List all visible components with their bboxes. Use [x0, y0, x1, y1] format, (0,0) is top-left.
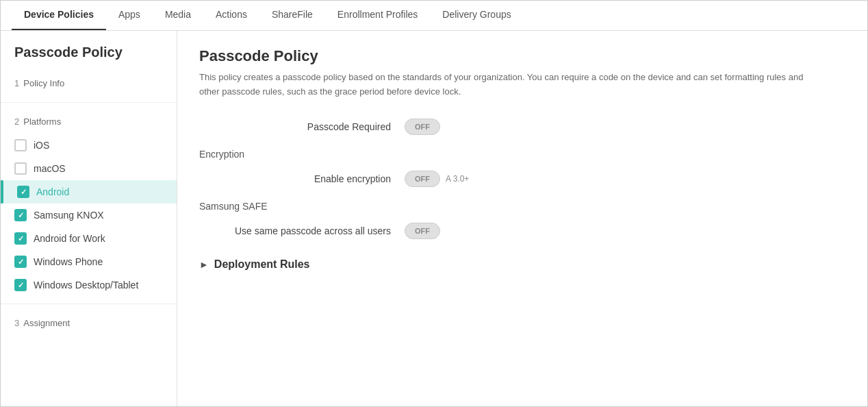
- deployment-rules-header[interactable]: ► Deployment Rules: [199, 258, 845, 271]
- tab-device-policies[interactable]: Device Policies: [12, 0, 106, 30]
- platform-item-windows-phone[interactable]: Windows Phone: [1, 250, 177, 273]
- setting-row-same-passcode: Use same passcode across all users OFF: [199, 223, 845, 239]
- content-area: Passcode Policy This policy creates a pa…: [177, 31, 867, 406]
- platform-item-ios[interactable]: iOS: [1, 134, 177, 157]
- chevron-right-icon: ►: [199, 259, 209, 270]
- setting-row-enable-encryption: Enable encryption OFF A 3.0+: [199, 171, 845, 187]
- encryption-section: Encryption: [199, 149, 845, 160]
- enable-encryption-value: OFF A 3.0+: [405, 171, 469, 187]
- platform-label-android: Android: [36, 186, 69, 197]
- tab-enrollment-profiles[interactable]: Enrollment Profiles: [325, 0, 431, 30]
- section-number-1: 1: [14, 78, 19, 88]
- platform-label-ios: iOS: [34, 140, 49, 151]
- platform-item-windows-desktop[interactable]: Windows Desktop/Tablet: [1, 273, 177, 297]
- tab-delivery-groups[interactable]: Delivery Groups: [430, 0, 523, 30]
- main-area: Passcode Policy 1 Policy Info 2 Platform…: [1, 31, 867, 406]
- passcode-required-label: Passcode Required: [199, 121, 405, 132]
- platform-item-android-for-work[interactable]: Android for Work: [1, 227, 177, 250]
- passcode-required-toggle[interactable]: OFF: [405, 119, 440, 135]
- checkbox-ios[interactable]: [14, 139, 27, 151]
- tab-media[interactable]: Media: [153, 0, 203, 30]
- sidebar-title: Passcode Policy: [1, 31, 177, 71]
- passcode-required-value: OFF: [405, 119, 440, 135]
- same-passcode-value: OFF: [405, 223, 440, 239]
- encryption-version-label: A 3.0+: [446, 174, 469, 184]
- samsung-safe-label: Samsung SAFE: [199, 201, 268, 212]
- deployment-rules: ► Deployment Rules: [199, 258, 845, 271]
- platform-label-samsung-knox: Samsung KNOX: [34, 210, 104, 221]
- deployment-rules-title: Deployment Rules: [214, 258, 310, 271]
- tab-sharefile[interactable]: ShareFile: [259, 0, 325, 30]
- enable-encryption-toggle[interactable]: OFF: [405, 171, 440, 187]
- same-passcode-label: Use same passcode across all users: [199, 225, 405, 236]
- platform-item-samsung-knox[interactable]: Samsung KNOX: [1, 204, 177, 227]
- sidebar-section-policy-info[interactable]: 1 Policy Info: [1, 71, 177, 95]
- section-label-policy-info: Policy Info: [23, 78, 64, 88]
- section-label-platforms: Platforms: [23, 116, 61, 127]
- top-nav: Device Policies Apps Media Actions Share…: [1, 1, 867, 31]
- content-title: Passcode Policy: [199, 47, 845, 65]
- encryption-label: Encryption: [199, 149, 244, 160]
- platform-item-android[interactable]: Android: [1, 180, 177, 204]
- section-label-assignment: Assignment: [23, 318, 70, 328]
- checkbox-samsung-knox[interactable]: [14, 209, 27, 221]
- platform-label-windows-desktop: Windows Desktop/Tablet: [34, 280, 138, 291]
- app-container: Device Policies Apps Media Actions Share…: [0, 0, 868, 407]
- sidebar: Passcode Policy 1 Policy Info 2 Platform…: [1, 31, 177, 406]
- samsung-safe-section: Samsung SAFE: [199, 201, 845, 212]
- section-number-3: 3: [14, 318, 19, 328]
- platform-item-macos[interactable]: macOS: [1, 157, 177, 180]
- section-number-2: 2: [14, 116, 19, 127]
- enable-encryption-label: Enable encryption: [199, 173, 405, 184]
- setting-row-passcode-required: Passcode Required OFF: [199, 119, 845, 135]
- checkbox-android-for-work[interactable]: [14, 232, 27, 245]
- checkbox-windows-phone[interactable]: [14, 256, 27, 268]
- platform-label-macos: macOS: [34, 163, 66, 174]
- tab-apps[interactable]: Apps: [106, 0, 153, 30]
- sidebar-section-assignment[interactable]: 3 Assignment: [1, 311, 177, 335]
- checkbox-macos[interactable]: [14, 162, 27, 175]
- platform-label-windows-phone: Windows Phone: [34, 256, 103, 267]
- sidebar-section-platforms[interactable]: 2 Platforms: [1, 110, 177, 134]
- platform-label-android-for-work: Android for Work: [34, 233, 105, 244]
- divider-2: [1, 304, 177, 304]
- checkbox-windows-desktop[interactable]: [14, 279, 27, 291]
- content-description: This policy creates a passcode policy ba…: [199, 71, 815, 99]
- same-passcode-toggle[interactable]: OFF: [405, 223, 440, 239]
- tab-actions[interactable]: Actions: [203, 0, 259, 30]
- divider-1: [1, 102, 177, 103]
- checkbox-android[interactable]: [17, 186, 29, 198]
